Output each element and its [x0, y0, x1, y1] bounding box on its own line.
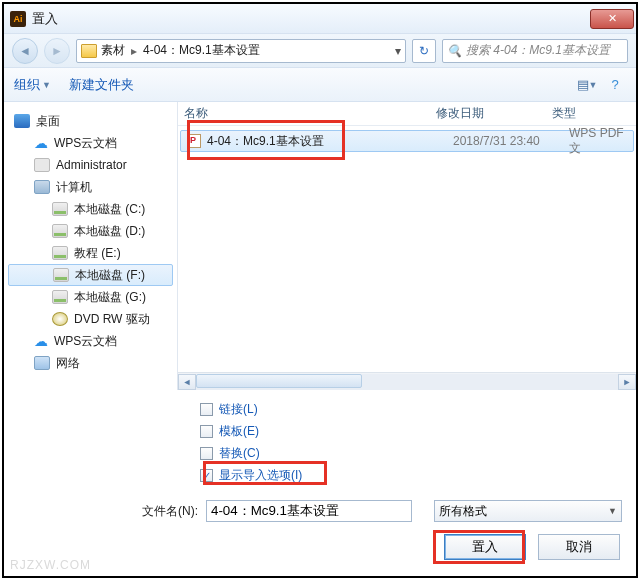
nav-tree: 桌面 ☁WPS云文档 Administrator 计算机 本地磁盘 (C:) 本… [4, 102, 178, 390]
address-bar: ◄ ► 素材 ▸ 4-04：Mc9.1基本设置 ▾ ↻ 🔍 搜索 4-04：Mc… [4, 34, 636, 68]
tree-desktop[interactable]: 桌面 [4, 110, 177, 132]
chevron-down-icon: ▼ [42, 80, 51, 90]
dvd-icon [52, 312, 68, 326]
chevron-down-icon[interactable]: ▾ [395, 44, 401, 58]
close-button[interactable]: ✕ [590, 9, 634, 29]
chevron-right-icon: ▸ [131, 44, 137, 58]
column-name[interactable]: 名称 [184, 105, 436, 122]
filename-label: 文件名(N): [142, 503, 198, 520]
nav-back-button[interactable]: ◄ [12, 38, 38, 64]
search-icon: 🔍 [447, 44, 462, 58]
drive-icon [52, 202, 68, 216]
help-button[interactable]: ? [604, 75, 626, 95]
checkbox-checked[interactable]: ✓ [200, 469, 213, 482]
filename-input[interactable] [206, 500, 412, 522]
body: 桌面 ☁WPS云文档 Administrator 计算机 本地磁盘 (C:) 本… [4, 102, 636, 390]
user-icon [34, 158, 50, 172]
dialog-buttons: 置入 取消 [4, 530, 636, 570]
column-type[interactable]: 类型 [552, 105, 636, 122]
tree-drive-f[interactable]: 本地磁盘 (F:) [8, 264, 173, 286]
new-folder-button[interactable]: 新建文件夹 [69, 76, 134, 94]
desktop-icon [14, 114, 30, 128]
scroll-thumb[interactable] [196, 374, 362, 388]
checkbox[interactable] [200, 425, 213, 438]
place-button[interactable]: 置入 [444, 534, 526, 560]
option-link[interactable]: 链接(L) [200, 398, 626, 420]
tree-wps-cloud-2[interactable]: ☁WPS云文档 [4, 330, 177, 352]
tree-drive-e[interactable]: 教程 (E:) [4, 242, 177, 264]
pdf-file-icon [187, 134, 201, 148]
folder-icon [81, 44, 97, 58]
file-list: 名称 修改日期 类型 4-04：Mc9.1基本设置 2018/7/31 23:4… [178, 102, 636, 390]
list-header: 名称 修改日期 类型 [178, 102, 636, 126]
refresh-button[interactable]: ↻ [412, 39, 436, 63]
app-icon: Ai [10, 11, 26, 27]
tree-dvd[interactable]: DVD RW 驱动 [4, 308, 177, 330]
breadcrumb-item[interactable]: 4-04：Mc9.1基本设置 [143, 42, 260, 59]
cloud-icon: ☁ [34, 334, 48, 348]
scroll-left-button[interactable]: ◄ [178, 374, 196, 390]
view-options-button[interactable]: ▤▼ [576, 75, 598, 95]
nav-forward-button[interactable]: ► [44, 38, 70, 64]
tree-administrator[interactable]: Administrator [4, 154, 177, 176]
cloud-icon: ☁ [34, 136, 48, 150]
scroll-right-button[interactable]: ► [618, 374, 636, 390]
chevron-down-icon: ▼ [608, 506, 617, 516]
breadcrumb-item[interactable]: 素材 [101, 42, 125, 59]
drive-icon [52, 224, 68, 238]
organize-menu[interactable]: 组织 ▼ [14, 76, 51, 94]
option-show-import[interactable]: ✓显示导入选项(I) [200, 464, 626, 486]
drive-icon [52, 290, 68, 304]
file-name: 4-04：Mc9.1基本设置 [207, 133, 453, 150]
network-icon [34, 356, 50, 370]
column-date[interactable]: 修改日期 [436, 105, 552, 122]
tree-drive-c[interactable]: 本地磁盘 (C:) [4, 198, 177, 220]
checkbox[interactable] [200, 447, 213, 460]
list-item[interactable]: 4-04：Mc9.1基本设置 2018/7/31 23:40 WPS PDF 文 [180, 130, 634, 152]
drive-icon [52, 246, 68, 260]
tree-wps-cloud[interactable]: ☁WPS云文档 [4, 132, 177, 154]
horizontal-scrollbar[interactable]: ◄ ► [178, 372, 636, 390]
window-title: 置入 [32, 10, 590, 28]
cancel-button[interactable]: 取消 [538, 534, 620, 560]
breadcrumb[interactable]: 素材 ▸ 4-04：Mc9.1基本设置 ▾ [76, 39, 406, 63]
tree-computer[interactable]: 计算机 [4, 176, 177, 198]
computer-icon [34, 180, 50, 194]
checkbox[interactable] [200, 403, 213, 416]
search-input[interactable]: 🔍 搜索 4-04：Mc9.1基本设置 [442, 39, 628, 63]
format-select[interactable]: 所有格式 ▼ [434, 500, 622, 522]
file-date: 2018/7/31 23:40 [453, 134, 569, 148]
search-placeholder: 搜索 4-04：Mc9.1基本设置 [466, 42, 610, 59]
tree-network[interactable]: 网络 [4, 352, 177, 374]
filename-row: 文件名(N): 所有格式 ▼ [4, 492, 636, 530]
titlebar: Ai 置入 ✕ [4, 4, 636, 34]
toolbar: 组织 ▼ 新建文件夹 ▤▼ ? [4, 68, 636, 102]
format-value: 所有格式 [439, 503, 487, 520]
import-options: 链接(L) 模板(E) 替换(C) ✓显示导入选项(I) [4, 390, 636, 492]
scroll-track[interactable] [196, 374, 618, 390]
option-replace[interactable]: 替换(C) [200, 442, 626, 464]
drive-icon [53, 268, 69, 282]
tree-drive-d[interactable]: 本地磁盘 (D:) [4, 220, 177, 242]
dialog-window: Ai 置入 ✕ ◄ ► 素材 ▸ 4-04：Mc9.1基本设置 ▾ ↻ 🔍 搜索… [2, 2, 638, 578]
option-template[interactable]: 模板(E) [200, 420, 626, 442]
tree-drive-g[interactable]: 本地磁盘 (G:) [4, 286, 177, 308]
